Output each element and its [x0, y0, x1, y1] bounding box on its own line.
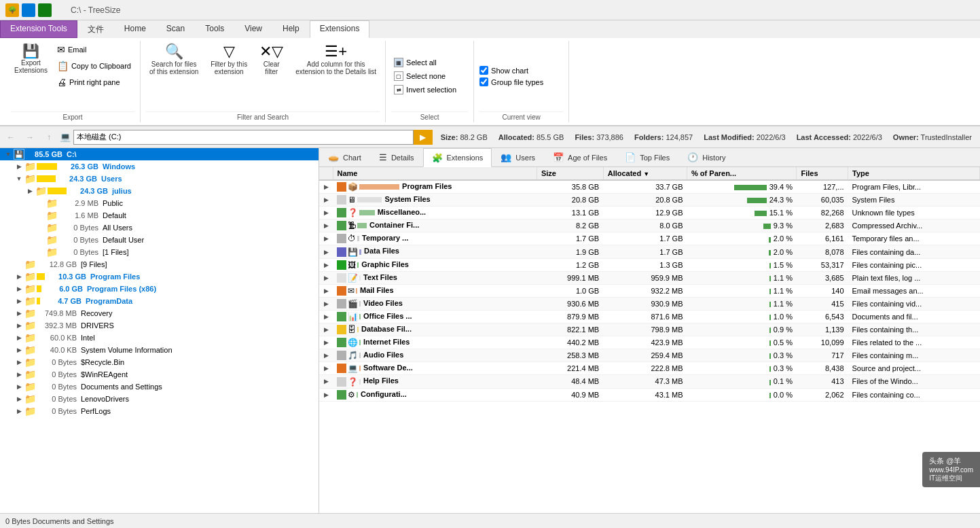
email-button[interactable]: ✉ Email: [54, 42, 134, 57]
table-row[interactable]: ▶🗄Database Fil...822.1 MB798.9 MB0.9 %1,…: [319, 323, 980, 336]
table-row[interactable]: ▶🗜Container Fi...8.2 GB8.0 GB9.3 %2,683C…: [319, 219, 980, 232]
tree-expand-btn[interactable]: ▶: [14, 161, 24, 172]
table-row[interactable]: ▶🎵Audio Files258.3 MB259.4 MB0.3 %717Fil…: [319, 349, 980, 362]
tab-age-of-files[interactable]: 📅Age of Files: [544, 148, 616, 166]
table-row[interactable]: ▶⏱Temporary ...1.7 GB1.7 GB2.0 %6,161Tem…: [319, 232, 980, 245]
tree-expand-btn[interactable]: ▶: [14, 320, 24, 331]
tab-home[interactable]: Home: [114, 20, 156, 38]
tree-item[interactable]: 📁12.8 GB[9 Files]: [0, 258, 319, 270]
table-row[interactable]: ▶🌐Internet Files440.2 MB423.9 MB0.5 %10,…: [319, 336, 980, 349]
tree-item[interactable]: ▼📁24.3 GBUsers: [0, 173, 319, 185]
tree-item[interactable]: ▶📁60.0 KBIntel: [0, 332, 319, 344]
tree-expand-btn[interactable]: [35, 222, 46, 233]
row-expand-btn[interactable]: ▶: [319, 375, 333, 388]
group-file-types-checkbox[interactable]: Group file types: [479, 77, 543, 86]
tree-item[interactable]: ▶📁0 BytesLenovoDrivers: [0, 393, 319, 405]
tree-expand-btn[interactable]: ▶: [14, 357, 24, 368]
row-expand-btn[interactable]: ▶: [319, 362, 333, 375]
tab-help[interactable]: Help: [272, 20, 310, 38]
tree-root[interactable]: ▼ 💾 85.5 GB C:\: [0, 148, 319, 160]
show-chart-checkbox[interactable]: Show chart: [479, 66, 528, 75]
copy-clipboard-button[interactable]: 📋 Copy to Clipboard: [54, 58, 134, 73]
tree-expand-btn[interactable]: ▼: [14, 173, 24, 184]
col-size[interactable]: Size: [537, 167, 603, 180]
root-expand[interactable]: ▼: [3, 149, 14, 160]
tab-extensions[interactable]: 🧩Extensions: [423, 148, 492, 167]
tree-expand-btn[interactable]: [35, 198, 46, 209]
tree-item[interactable]: 📁2.9 MBPublic: [0, 197, 319, 209]
tree-item[interactable]: ▶📁749.8 MBRecovery: [0, 307, 319, 319]
col-name[interactable]: Name: [333, 167, 537, 180]
select-none-button[interactable]: ▢ Select none: [391, 71, 448, 82]
row-expand-btn[interactable]: ▶: [319, 258, 333, 271]
search-files-button[interactable]: 🔍 Search for filesof this extension: [146, 42, 202, 77]
tab-extension-tools[interactable]: Extension Tools: [0, 20, 77, 38]
row-expand-btn[interactable]: ▶: [319, 284, 333, 297]
table-row[interactable]: ▶💾Data Files1.9 GB1.7 GB2.0 %8,078Files …: [319, 245, 980, 258]
group-file-types-input[interactable]: [479, 77, 488, 86]
row-expand-btn[interactable]: ▶: [319, 388, 333, 401]
tree-expand-btn[interactable]: ▶: [14, 381, 24, 392]
tab-top-files[interactable]: 📄Top Files: [616, 148, 678, 166]
tab-users[interactable]: 👥Users: [492, 148, 544, 166]
col-files[interactable]: Files: [797, 167, 848, 180]
tree-item[interactable]: ▶📁10.3 GBProgram Files: [0, 270, 319, 283]
tree-expand-btn[interactable]: [35, 234, 46, 245]
tree-expand-btn[interactable]: ▶: [14, 283, 24, 294]
table-row[interactable]: ▶✉Mail Files1.0 GB932.2 MB1.1 %140Email …: [319, 284, 980, 297]
tree-expand-btn[interactable]: [35, 210, 46, 221]
row-expand-btn[interactable]: ▶: [319, 194, 333, 207]
tree-item[interactable]: ▶📁0 Bytes$Recycle.Bin: [0, 356, 319, 368]
tree-expand-btn[interactable]: [14, 259, 24, 270]
tree-item[interactable]: 📁1.6 MBDefault: [0, 209, 319, 222]
row-expand-btn[interactable]: ▶: [319, 245, 333, 258]
table-row[interactable]: ▶💻Software De...221.4 MB222.8 MB0.3 %8,4…: [319, 362, 980, 375]
row-expand-btn[interactable]: ▶: [319, 297, 333, 310]
tab-wenjian[interactable]: 文件: [77, 20, 114, 38]
tab-view[interactable]: View: [234, 20, 272, 38]
tab-tools[interactable]: Tools: [195, 20, 234, 38]
tree-expand-btn[interactable]: ▶: [14, 332, 24, 343]
tree-item[interactable]: ▶📁4.7 GBProgramData: [0, 295, 319, 307]
table-row[interactable]: ▶🎬Video Files930.6 MB930.9 MB1.1 %415Fil…: [319, 297, 980, 310]
tab-history[interactable]: 🕐History: [678, 148, 734, 166]
tab-chart[interactable]: 🥧Chart: [319, 148, 370, 166]
show-chart-input[interactable]: [479, 66, 488, 75]
tree-item[interactable]: 📁0 Bytes[1 Files]: [0, 246, 319, 258]
tree-item[interactable]: ▶📁0 BytesDocuments and Settings: [0, 381, 319, 393]
invert-selection-button[interactable]: ⇄ Invert selection: [391, 84, 459, 95]
col-type[interactable]: Type: [848, 167, 980, 180]
tree-expand-btn[interactable]: [35, 247, 46, 258]
tree-expand-btn[interactable]: ▶: [14, 369, 24, 380]
table-row[interactable]: ▶📦Program Files35.8 GB33.7 GB39.4 %127,.…: [319, 180, 980, 194]
table-row[interactable]: ▶🖼Graphic Files1.2 GB1.3 GB1.5 %53,317Fi…: [319, 258, 980, 271]
tree-item[interactable]: 📁0 BytesDefault User: [0, 234, 319, 246]
tab-details[interactable]: ☰Details: [370, 148, 423, 166]
row-expand-btn[interactable]: ▶: [319, 232, 333, 245]
tree-item[interactable]: 📁0 BytesAll Users: [0, 222, 319, 234]
tree-item[interactable]: ▶📁0 BytesPerfLogs: [0, 405, 319, 417]
export-extensions-button[interactable]: 💾 ExportExtensions: [11, 42, 51, 76]
tree-item[interactable]: ▶📁0 Bytes$WinREAgent: [0, 368, 319, 381]
tree-expand-btn[interactable]: ▶: [14, 271, 24, 282]
tree-item[interactable]: ▶📁26.3 GBWindows: [0, 160, 319, 173]
go-button[interactable]: ▶: [414, 130, 433, 145]
tree-expand-btn[interactable]: ▶: [14, 393, 24, 404]
tree-expand-btn[interactable]: ▶: [14, 308, 24, 319]
clear-filter-button[interactable]: ✕▽ Clearfilter: [256, 42, 287, 77]
up-button[interactable]: ↑: [41, 129, 57, 145]
tree-expand-btn[interactable]: ▶: [14, 296, 24, 306]
address-input[interactable]: [73, 130, 414, 145]
row-expand-btn[interactable]: ▶: [319, 349, 333, 362]
print-button[interactable]: 🖨 Print right pane: [54, 75, 134, 90]
tree-item[interactable]: ▶📁392.3 MBDRIVERS: [0, 319, 319, 332]
row-expand-btn[interactable]: ▶: [319, 219, 333, 232]
select-all-button[interactable]: ▦ Select all: [391, 57, 439, 68]
tab-scan[interactable]: Scan: [156, 20, 195, 38]
row-expand-btn[interactable]: ▶: [319, 336, 333, 349]
tree-expand-btn[interactable]: ▶: [24, 186, 35, 196]
tab-extensions[interactable]: Extensions: [310, 20, 370, 38]
row-expand-btn[interactable]: ▶: [319, 271, 333, 284]
tree-item[interactable]: ▶📁40.0 KBSystem Volume Information: [0, 344, 319, 356]
table-row[interactable]: ▶📊Office Files ...879.9 MB871.6 MB1.0 %6…: [319, 310, 980, 323]
